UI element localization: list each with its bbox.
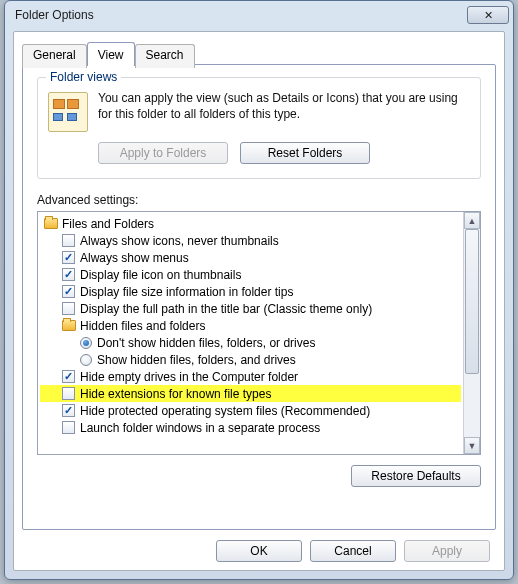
apply-to-folders-button[interactable]: Apply to Folders xyxy=(98,142,228,164)
reset-folders-button[interactable]: Reset Folders xyxy=(240,142,370,164)
restore-defaults-button[interactable]: Restore Defaults xyxy=(351,465,481,487)
option-always-show-icons[interactable]: ✓ Always show icons, never thumbnails xyxy=(40,232,461,249)
option-label: Don't show hidden files, folders, or dri… xyxy=(97,336,315,350)
scroll-down-button[interactable]: ▼ xyxy=(464,437,480,454)
option-label: Always show menus xyxy=(80,251,189,265)
tree-label: Hidden files and folders xyxy=(80,319,205,333)
ok-button[interactable]: OK xyxy=(216,540,302,562)
checkbox-icon[interactable]: ✓ xyxy=(62,421,75,434)
scroll-track[interactable] xyxy=(464,229,480,437)
option-label: Display file icon on thumbnails xyxy=(80,268,241,282)
scroll-up-button[interactable]: ▲ xyxy=(464,212,480,229)
checkbox-icon[interactable]: ✓ xyxy=(62,404,75,417)
folder-views-title: Folder views xyxy=(46,70,121,84)
close-button[interactable]: ✕ xyxy=(467,6,509,24)
tree-label: Files and Folders xyxy=(62,217,154,231)
tab-search[interactable]: Search xyxy=(135,44,195,68)
radio-icon[interactable] xyxy=(80,354,92,366)
checkbox-icon[interactable]: ✓ xyxy=(62,268,75,281)
checkbox-icon[interactable]: ✓ xyxy=(62,302,75,315)
advanced-settings-label: Advanced settings: xyxy=(37,193,481,207)
option-hide-extensions[interactable]: ✓ Hide extensions for known file types xyxy=(40,385,461,402)
option-label: Display file size information in folder … xyxy=(80,285,293,299)
option-label: Hide empty drives in the Computer folder xyxy=(80,370,298,384)
option-file-size-in-tips[interactable]: ✓ Display file size information in folde… xyxy=(40,283,461,300)
option-label: Always show icons, never thumbnails xyxy=(80,234,279,248)
dialog-body: General View Search Folder views You can… xyxy=(13,31,505,571)
option-hide-empty-drives[interactable]: ✓ Hide empty drives in the Computer fold… xyxy=(40,368,461,385)
folder-views-group: Folder views You can apply the view (suc… xyxy=(37,77,481,179)
folder-views-text: You can apply the view (such as Details … xyxy=(98,90,470,122)
option-dont-show-hidden[interactable]: Don't show hidden files, folders, or dri… xyxy=(40,334,461,351)
window-title: Folder Options xyxy=(15,8,467,22)
checkbox-icon[interactable]: ✓ xyxy=(62,285,75,298)
option-label: Launch folder windows in a separate proc… xyxy=(80,421,320,435)
option-label: Hide extensions for known file types xyxy=(80,387,271,401)
option-label: Display the full path in the title bar (… xyxy=(80,302,372,316)
option-label: Show hidden files, folders, and drives xyxy=(97,353,296,367)
folder-views-icon xyxy=(48,92,88,132)
checkbox-icon[interactable]: ✓ xyxy=(62,387,75,400)
checkbox-icon[interactable]: ✓ xyxy=(62,234,75,247)
tab-general[interactable]: General xyxy=(22,44,87,68)
option-hide-protected-os-files[interactable]: ✓ Hide protected operating system files … xyxy=(40,402,461,419)
tree-scrollbar[interactable]: ▲ ▼ xyxy=(463,212,480,454)
close-icon: ✕ xyxy=(484,9,493,22)
folder-icon xyxy=(62,320,76,331)
tree-node-files-and-folders[interactable]: Files and Folders xyxy=(40,215,461,232)
folder-icon xyxy=(44,218,58,229)
option-show-hidden[interactable]: Show hidden files, folders, and drives xyxy=(40,351,461,368)
folder-options-window: Folder Options ✕ General View Search Fol… xyxy=(4,0,514,580)
option-launch-separate-process[interactable]: ✓ Launch folder windows in a separate pr… xyxy=(40,419,461,436)
tabstrip: General View Search xyxy=(22,44,195,68)
titlebar[interactable]: Folder Options ✕ xyxy=(5,1,513,29)
tree-viewport[interactable]: Files and Folders ✓ Always show icons, n… xyxy=(38,212,463,454)
option-always-show-menus[interactable]: ✓ Always show menus xyxy=(40,249,461,266)
tab-panel-view: Folder views You can apply the view (suc… xyxy=(22,64,496,530)
advanced-settings-tree: Files and Folders ✓ Always show icons, n… xyxy=(37,211,481,455)
apply-button[interactable]: Apply xyxy=(404,540,490,562)
checkbox-icon[interactable]: ✓ xyxy=(62,370,75,383)
option-file-icon-on-thumbnails[interactable]: ✓ Display file icon on thumbnails xyxy=(40,266,461,283)
radio-icon[interactable] xyxy=(80,337,92,349)
dialog-button-row: OK Cancel Apply xyxy=(216,540,490,562)
option-full-path-titlebar[interactable]: ✓ Display the full path in the title bar… xyxy=(40,300,461,317)
checkbox-icon[interactable]: ✓ xyxy=(62,251,75,264)
scroll-thumb[interactable] xyxy=(465,229,479,374)
cancel-button[interactable]: Cancel xyxy=(310,540,396,562)
tab-view[interactable]: View xyxy=(87,42,135,66)
tree-node-hidden-files[interactable]: Hidden files and folders xyxy=(40,317,461,334)
option-label: Hide protected operating system files (R… xyxy=(80,404,370,418)
